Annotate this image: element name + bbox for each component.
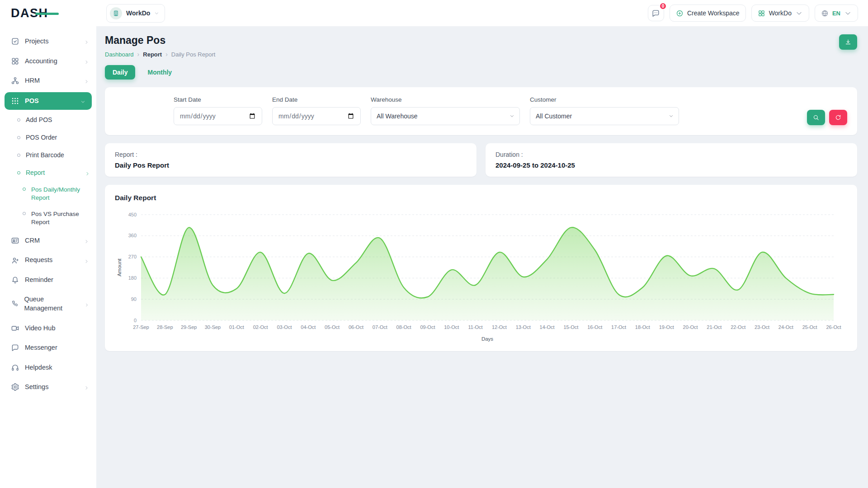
breadcrumb-dashboard[interactable]: Dashboard <box>105 51 134 58</box>
pos-icon <box>11 97 19 105</box>
svg-text:06-Oct: 06-Oct <box>349 324 363 330</box>
chevron-right-icon <box>85 301 89 306</box>
helpdesk-icon <box>11 363 19 372</box>
svg-text:24-Oct: 24-Oct <box>778 324 793 330</box>
search-button[interactable] <box>807 110 825 125</box>
sidebar-item-settings[interactable]: Settings <box>0 377 96 397</box>
projects-icon <box>11 37 19 46</box>
globe-icon <box>821 9 829 17</box>
svg-text:0: 0 <box>134 318 137 323</box>
breadcrumb-separator: › <box>137 51 140 58</box>
svg-text:14-Oct: 14-Oct <box>540 324 555 330</box>
workspace-menu-label: WorkDo <box>769 9 792 17</box>
svg-text:180: 180 <box>128 275 137 281</box>
duration-card-value: 2024-09-25 to 2024-10-25 <box>495 161 847 169</box>
bullet-icon <box>17 118 20 122</box>
svg-text:11-Oct: 11-Oct <box>468 324 482 330</box>
chevron-down-icon <box>80 99 85 103</box>
page-head: Manage Pos Dashboard › Report › Daily Po… <box>105 34 857 58</box>
sidebar-item-helpdesk[interactable]: Helpdesk <box>0 358 96 378</box>
logo-swoosh <box>35 13 59 15</box>
svg-text:17-Oct: 17-Oct <box>611 324 626 330</box>
sidebar-item-video-hub[interactable]: Video Hub <box>0 319 96 338</box>
sidebar-item-pos[interactable]: POS <box>5 92 92 110</box>
customer-select[interactable]: All Customer <box>530 107 679 125</box>
sidebar-item-add-pos[interactable]: Add POS <box>0 111 96 129</box>
breadcrumb-report[interactable]: Report <box>143 51 162 58</box>
svg-text:18-Oct: 18-Oct <box>635 324 650 330</box>
duration-card: Duration : 2024-09-25 to 2024-10-25 <box>486 143 857 177</box>
start-date-label: Start Date <box>174 96 262 103</box>
language-label: EN <box>832 10 840 17</box>
tab-daily[interactable]: Daily <box>105 65 135 80</box>
messenger-icon <box>11 343 19 352</box>
tab-monthly[interactable]: Monthly <box>140 65 179 80</box>
svg-text:09-Oct: 09-Oct <box>420 324 435 330</box>
sidebar-item-crm[interactable]: CRM <box>0 231 96 251</box>
start-date-input[interactable] <box>174 107 262 125</box>
reset-button[interactable] <box>829 110 847 125</box>
svg-text:04-Oct: 04-Oct <box>301 324 316 330</box>
download-icon <box>844 38 852 46</box>
sidebar-item-pos-vs-purchase-report[interactable]: Pos VS Purchase Report <box>0 206 96 230</box>
svg-text:02-Oct: 02-Oct <box>253 324 268 330</box>
svg-text:22-Oct: 22-Oct <box>731 324 745 330</box>
building-icon <box>113 10 119 17</box>
sidebar-item-accounting[interactable]: Accounting <box>0 52 96 71</box>
reset-icon <box>835 114 842 121</box>
sidebar-item-requests[interactable]: Requests <box>0 250 96 270</box>
sidebar-item-pos-order[interactable]: POS Order <box>0 129 96 146</box>
sidebar-item-projects[interactable]: Projects <box>0 32 96 52</box>
create-workspace-button[interactable]: Create Workspace <box>670 5 746 22</box>
sidebar-item-queue-management[interactable]: Queue Management <box>0 290 96 318</box>
bullet-icon <box>17 171 20 174</box>
avatar <box>110 7 122 19</box>
sidebar-item-print-barcode[interactable]: Print Barcode <box>0 146 96 164</box>
chevron-right-icon <box>84 39 89 44</box>
customer-label: Customer <box>530 96 679 103</box>
page-title: Manage Pos <box>105 34 215 47</box>
svg-text:28-Sep: 28-Sep <box>157 324 173 330</box>
report-card-value: Daily Pos Report <box>115 161 467 169</box>
svg-text:15-Oct: 15-Oct <box>563 324 578 330</box>
chevron-right-icon <box>84 78 89 83</box>
bullet-icon <box>17 154 20 157</box>
end-date-input[interactable] <box>272 107 361 125</box>
svg-text:01-Oct: 01-Oct <box>229 324 244 330</box>
reminder-icon <box>11 276 19 284</box>
download-button[interactable] <box>839 34 857 50</box>
svg-text:29-Sep: 29-Sep <box>181 324 197 330</box>
svg-text:03-Oct: 03-Oct <box>277 324 292 330</box>
chevron-down-icon <box>154 11 159 16</box>
svg-text:90: 90 <box>131 296 137 302</box>
workspace-switcher[interactable]: WorkDo <box>106 4 165 23</box>
grid-icon <box>758 9 765 17</box>
svg-text:05-Oct: 05-Oct <box>325 324 340 330</box>
sidebar-item-report[interactable]: Report <box>0 164 96 182</box>
sidebar-item-reminder[interactable]: Reminder <box>0 270 96 290</box>
logo[interactable]: DASH <box>0 0 96 26</box>
chevron-right-icon <box>84 258 89 263</box>
svg-text:27-Sep: 27-Sep <box>133 324 149 330</box>
svg-text:450: 450 <box>128 212 137 217</box>
svg-text:19-Oct: 19-Oct <box>659 324 674 330</box>
warehouse-select[interactable]: All Warehouse <box>371 107 520 125</box>
sidebar-item-messenger[interactable]: Messenger <box>0 338 96 358</box>
messages-button[interactable]: 0 <box>648 5 664 21</box>
language-button[interactable]: EN <box>815 5 858 22</box>
report-card-label: Report : <box>115 151 467 158</box>
workspace-menu-button[interactable]: WorkDo <box>751 5 809 22</box>
warehouse-label: Warehouse <box>371 96 520 103</box>
duration-card-label: Duration : <box>495 151 847 158</box>
create-workspace-label: Create Workspace <box>687 9 740 17</box>
requests-icon <box>11 256 19 265</box>
queue-icon <box>11 300 19 308</box>
breadcrumb-current: Daily Pos Report <box>171 51 216 58</box>
sidebar-item-pos-daily-monthly-report[interactable]: Pos Daily/Monthly Report <box>0 182 96 206</box>
area-chart-svg: 09018027036045027-Sep28-Sep29-Sep30-Sep0… <box>115 208 847 344</box>
summary-row: Report : Daily Pos Report Duration : 202… <box>105 143 857 177</box>
svg-text:07-Oct: 07-Oct <box>373 324 387 330</box>
svg-text:25-Oct: 25-Oct <box>802 324 817 330</box>
sidebar-item-hrm[interactable]: HRM <box>0 71 96 91</box>
chart-title: Daily Report <box>115 194 847 202</box>
